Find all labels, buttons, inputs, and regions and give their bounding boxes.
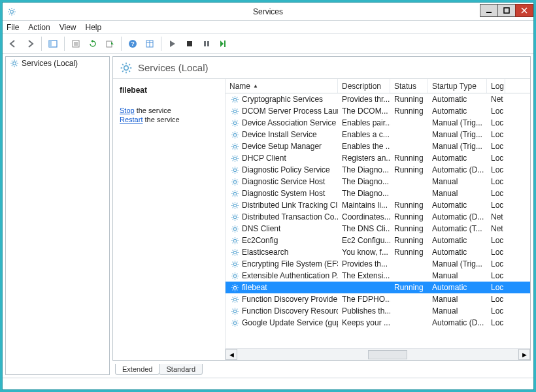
scroll-left-button[interactable]: ◀ — [226, 349, 237, 360]
scroll-right-button[interactable]: ▶ — [518, 349, 530, 360]
titlebar[interactable]: Services — [3, 3, 533, 21]
tab-standard[interactable]: Standard — [159, 364, 203, 375]
col-description[interactable]: Description — [338, 79, 390, 93]
maximize-button[interactable] — [497, 4, 516, 17]
col-logon-as[interactable]: Log — [487, 79, 505, 93]
menu-action[interactable]: Action — [28, 23, 50, 32]
col-name[interactable]: Name▲ — [226, 79, 338, 93]
cell-status: Running — [390, 282, 428, 293]
toolbar: ? — [3, 34, 533, 54]
cell-name: Diagnostic Service Host — [226, 176, 338, 188]
service-row[interactable]: Diagnostic System HostThe Diagno...Manua… — [226, 188, 530, 199]
svg-point-83 — [233, 169, 236, 171]
gear-icon — [229, 294, 240, 304]
scroll-thumb[interactable] — [368, 350, 407, 359]
tab-extended[interactable]: Extended — [115, 364, 159, 375]
cell-startup: Manual — [428, 270, 487, 282]
service-row[interactable]: Diagnostic Service HostThe Diagno...Manu… — [226, 176, 530, 188]
svg-line-134 — [237, 231, 237, 231]
svg-line-43 — [232, 108, 233, 109]
stop-service-button[interactable] — [182, 36, 197, 52]
service-row[interactable]: ElasticsearchYou know, f...RunningAutoma… — [226, 246, 530, 258]
svg-line-55 — [237, 120, 237, 121]
list-header[interactable]: Name▲ Description Status Startup Type Lo… — [226, 79, 530, 93]
svg-line-154 — [237, 250, 237, 250]
stop-service-link[interactable]: Stop — [120, 106, 135, 114]
menu-file[interactable]: File — [7, 23, 19, 32]
cell-logon: Net — [487, 223, 505, 235]
start-service-button[interactable] — [165, 36, 180, 52]
separator — [41, 37, 42, 51]
cell-startup: Automatic (T... — [428, 223, 487, 235]
cell-description: The Diagno... — [338, 176, 390, 188]
list-body[interactable]: Cryptographic ServicesProvides thr...Run… — [226, 93, 530, 348]
service-row[interactable]: Device Install ServiceEnables a c...Manu… — [226, 129, 530, 140]
col-status[interactable]: Status — [390, 79, 428, 93]
svg-line-64 — [237, 132, 237, 133]
service-row[interactable]: Extensible Authentication P...The Extens… — [226, 270, 530, 282]
svg-line-197 — [237, 313, 237, 314]
service-row[interactable]: Device Association ServiceEnables pair..… — [226, 117, 530, 129]
service-row[interactable]: Distributed Transaction Co...Coordinates… — [226, 211, 530, 223]
service-row[interactable]: Device Setup ManagerEnables the ...Manua… — [226, 140, 530, 152]
svg-rect-25 — [187, 41, 192, 46]
service-row[interactable]: Ec2ConfigEc2 Configu...RunningAutomaticL… — [226, 235, 530, 246]
cell-name: Cryptographic Services — [226, 93, 338, 105]
cell-status: Running — [390, 223, 428, 235]
horizontal-scrollbar[interactable]: ◀ ▶ — [226, 348, 530, 360]
service-row[interactable]: Distributed Link Tracking Cl...Maintains… — [226, 199, 530, 211]
svg-text:?: ? — [131, 41, 135, 47]
service-row[interactable]: filebeatRunningAutomaticLoc — [226, 282, 530, 293]
pause-service-button[interactable] — [199, 36, 214, 52]
cell-logon: Loc — [487, 140, 505, 152]
service-row[interactable]: DNS ClientThe DNS Cli...RunningAutomatic… — [226, 223, 530, 235]
gear-icon — [229, 270, 240, 281]
service-row[interactable]: Function Discovery Resourc...Publishes t… — [226, 305, 530, 317]
details-pane: Services (Local) filebeat Stop the servi… — [112, 56, 531, 361]
svg-rect-26 — [204, 41, 206, 46]
refresh-button[interactable] — [85, 36, 101, 52]
show-hide-tree-button[interactable] — [45, 36, 61, 52]
close-button[interactable] — [515, 4, 533, 17]
service-row[interactable]: DCOM Server Process Laun...The DCOM...Ru… — [226, 105, 530, 117]
cell-logon: Loc — [487, 129, 505, 140]
service-row[interactable]: Diagnostic Policy ServiceThe Diagno...Ru… — [226, 164, 530, 176]
svg-line-152 — [237, 254, 237, 255]
back-button[interactable] — [5, 36, 21, 52]
restart-service-button[interactable] — [216, 36, 231, 52]
cell-name: Diagnostic Policy Service — [226, 164, 338, 176]
svg-point-110 — [233, 204, 236, 206]
menu-help[interactable]: Help — [86, 23, 102, 32]
tree-root-label: Services (Local) — [22, 59, 78, 68]
minimize-button[interactable] — [480, 4, 498, 17]
col-startup-type[interactable]: Startup Type — [428, 79, 487, 93]
forward-button[interactable] — [22, 36, 38, 52]
export-button[interactable] — [102, 36, 118, 52]
service-row[interactable]: DHCP ClientRegisters an...RunningAutomat… — [226, 152, 530, 164]
service-row[interactable]: Cryptographic ServicesProvides thr...Run… — [226, 93, 530, 105]
cell-logon: Loc — [487, 282, 505, 293]
gear-icon — [120, 61, 133, 74]
service-row[interactable]: Google Update Service (gup...Keeps your … — [226, 317, 530, 329]
svg-line-171 — [232, 278, 233, 278]
console-tree[interactable]: Services (Local) — [5, 56, 110, 375]
help-button[interactable]: ? — [125, 36, 141, 52]
cell-startup: Automatic — [428, 235, 487, 246]
gear-icon — [229, 223, 240, 234]
menubar: File Action View Help — [3, 21, 533, 34]
svg-line-99 — [232, 184, 233, 184]
menu-view[interactable]: View — [59, 23, 76, 32]
tree-root-services-local[interactable]: Services (Local) — [6, 57, 109, 70]
columns-button[interactable] — [142, 36, 158, 52]
cell-status — [390, 188, 428, 199]
cell-name: DNS Client — [226, 223, 338, 235]
service-row[interactable]: Encrypting File System (EFS)Provides th.… — [226, 258, 530, 270]
restart-service-link[interactable]: Restart — [120, 116, 142, 123]
svg-point-65 — [233, 145, 236, 148]
gear-icon — [229, 212, 240, 222]
stop-service-line: Stop the service — [120, 106, 218, 114]
service-row[interactable]: Function Discovery Provide...The FDPHO..… — [226, 293, 530, 305]
properties-button[interactable] — [68, 36, 84, 52]
cell-startup: Manual (Trig... — [428, 258, 487, 270]
scroll-track[interactable] — [237, 349, 518, 360]
